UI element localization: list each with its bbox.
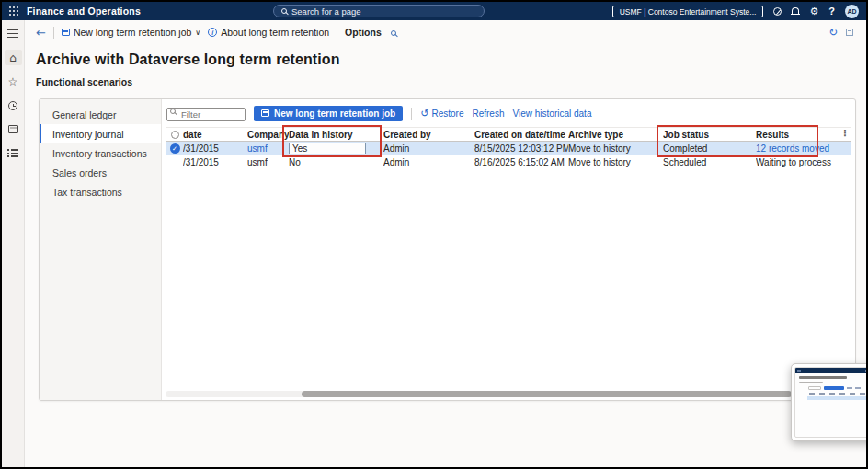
settings-gear-icon[interactable]: ⚙ (809, 6, 818, 17)
cell-created-on: 8/16/2025 6:15:02 AM (474, 157, 568, 167)
grid-row-2[interactable]: /31/2015 usmf No Admin 8/16/2025 6:15:02… (166, 155, 851, 169)
cell-data-in-history: No (289, 157, 383, 167)
jobs-grid: date Company Data in history Created by … (166, 127, 851, 169)
view-historical-data-button[interactable]: View historical data (512, 109, 591, 119)
environment-selector[interactable]: USMF | Contoso Entertainment Syste... (612, 6, 764, 17)
column-header-date[interactable]: date (183, 130, 247, 140)
refresh-button[interactable]: Refresh (472, 109, 504, 119)
about-retention-label: About long term retention (221, 27, 329, 38)
action-search-icon[interactable] (391, 27, 396, 38)
app-launcher-icon[interactable] (9, 6, 18, 16)
open-in-new-window-icon[interactable] (846, 29, 853, 36)
restore-button[interactable]: ↺ Restore (420, 109, 463, 119)
preview-thumbnail-content (794, 367, 868, 438)
cell-results: Waiting to process (756, 157, 851, 167)
divider (53, 27, 54, 39)
panel-item-inventory-transactions[interactable]: Inventory transactions (40, 143, 161, 163)
options-menu[interactable]: Options (345, 27, 382, 38)
column-header-company[interactable]: Company (247, 130, 289, 140)
workspaces-icon[interactable] (5, 121, 22, 137)
cell-archive-type: Move to history (568, 157, 663, 167)
preview-topbar (795, 368, 868, 373)
cell-company: usmf (247, 157, 289, 167)
column-header-archive-type[interactable]: Archive type (568, 130, 663, 140)
chevron-down-icon: ∨ (195, 29, 200, 37)
recent-clock-icon[interactable] (5, 97, 22, 113)
cell-job-status: Completed (663, 143, 756, 154)
cell-date: /31/2015 (183, 143, 247, 154)
global-search-box[interactable]: Search for a page (273, 5, 485, 17)
row-checkbox-checked[interactable]: ✓ (166, 143, 183, 154)
about-retention-button[interactable]: i About long term retention (208, 27, 329, 38)
cell-created-by: Admin (383, 143, 474, 154)
panel-item-general-ledger[interactable]: General ledger (40, 105, 161, 124)
back-arrow-icon[interactable]: ← (36, 27, 46, 39)
preview-toolbar (808, 386, 868, 390)
help-icon[interactable]: ? (828, 6, 835, 17)
preview-thumbnail (791, 363, 868, 441)
panel-item-tax-transactions[interactable]: Tax transactions (40, 182, 161, 201)
grid-row-1[interactable]: ✓ /31/2015 usmf Yes Admin 8/15/2025 12:0… (166, 142, 851, 155)
new-job-icon (62, 29, 70, 36)
global-search-placeholder: Search for a page (291, 6, 361, 17)
app-window: Finance and Operations Search for a page… (0, 0, 868, 469)
divider (411, 108, 412, 120)
filter-search-icon (170, 109, 176, 114)
new-retention-job-button[interactable]: New long term retention job (254, 106, 403, 121)
new-retention-job-button-label: New long term retention job (274, 109, 395, 119)
cell-company-link[interactable]: usmf (247, 143, 268, 154)
action-bar: ← New long term retention job ∨ i About … (25, 20, 866, 44)
restore-icon: ↺ (420, 109, 428, 119)
panel-item-inventory-journal[interactable]: Inventory journal (40, 124, 161, 143)
expand-menu-icon[interactable] (5, 26, 22, 41)
cell-data-in-history-focused[interactable]: Yes (289, 143, 366, 154)
notifications-bell-icon[interactable] (792, 7, 799, 15)
new-retention-job-menu[interactable]: New long term retention job ∨ (62, 27, 200, 38)
column-header-job-status[interactable]: Job status (663, 130, 756, 140)
column-header-results[interactable]: Results (756, 130, 851, 140)
cell-created-by: Admin (383, 157, 474, 167)
filter-box (166, 105, 246, 121)
horizontal-scrollbar-thumb[interactable] (302, 391, 792, 397)
page-title: Archive with Dataverse long term retenti… (36, 51, 866, 68)
modules-list-icon[interactable] (5, 145, 22, 161)
scenario-panel: General ledger Inventory journal Invento… (40, 99, 162, 400)
restore-label: Restore (431, 109, 463, 119)
cell-results-link[interactable]: 12 records moved (756, 143, 829, 154)
favorites-star-icon[interactable]: ☆ (5, 74, 22, 89)
cell-created-on: 8/15/2025 12:03:12 PM (474, 143, 568, 154)
refresh-page-icon[interactable]: ↻ (828, 27, 838, 38)
grid-header-row: date Company Data in history Created by … (166, 127, 851, 142)
grid-toolbar: New long term retention job ↺ Restore Re… (166, 104, 851, 122)
app-title: Finance and Operations (27, 6, 141, 17)
divider (337, 27, 337, 39)
functional-scenarios-card: General ledger Inventory journal Invento… (39, 98, 856, 401)
cell-date: /31/2015 (183, 157, 247, 167)
panel-item-sales-orders[interactable]: Sales orders (40, 163, 161, 182)
navigation-rail: ⌂ ☆ (2, 20, 25, 469)
horizontal-scrollbar (166, 391, 851, 397)
preview-sub-line (799, 382, 823, 383)
preview-title-line (799, 376, 847, 379)
column-header-data-in-history[interactable]: Data in history (289, 130, 383, 140)
info-icon: i (208, 28, 217, 37)
user-avatar[interactable]: AD (845, 5, 859, 18)
search-icon (281, 8, 287, 14)
column-header-created-by[interactable]: Created by (383, 130, 474, 140)
new-retention-job-label: New long term retention job (74, 27, 191, 38)
home-icon[interactable]: ⌂ (5, 50, 22, 65)
cell-archive-type: Move to history (568, 143, 663, 154)
column-header-created-on[interactable]: Created on date/time (474, 130, 568, 140)
grid-zone: New long term retention job ↺ Restore Re… (162, 99, 855, 400)
filter-input[interactable] (166, 108, 246, 121)
cell-job-status: Scheduled (663, 157, 756, 167)
preview-grid-header (809, 393, 868, 395)
more-options-icon[interactable]: ⋮ (840, 128, 850, 138)
top-navigation-bar: Finance and Operations Search for a page… (2, 2, 866, 20)
new-job-icon (261, 109, 269, 117)
main-content: ← New long term retention job ∨ i About … (25, 20, 866, 469)
copilot-icon[interactable] (773, 7, 782, 16)
check-icon: ✓ (170, 143, 180, 154)
section-label: Functional scenarios (36, 76, 866, 87)
select-all-checkbox[interactable] (166, 131, 183, 139)
